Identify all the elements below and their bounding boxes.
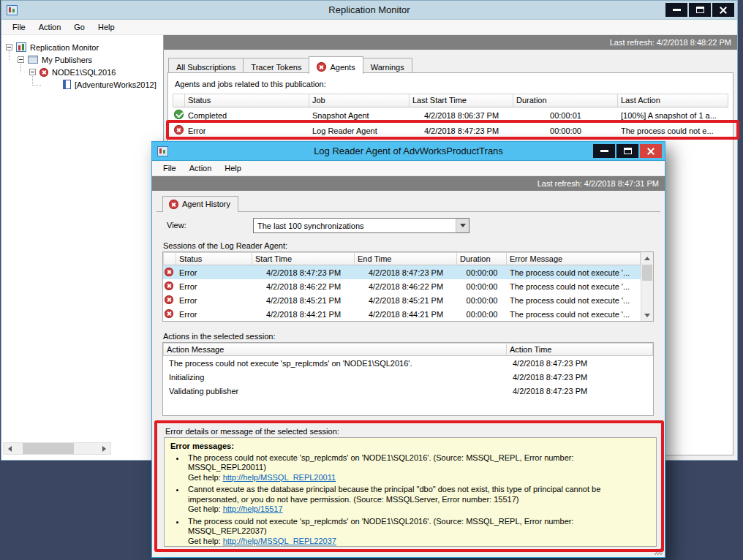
menu-help[interactable]: Help [218, 162, 248, 175]
arrow-right-icon [102, 446, 106, 452]
scroll-up-button[interactable] [641, 252, 653, 264]
error-icon [165, 281, 173, 290]
column-header-action-time[interactable]: Action Time [507, 343, 653, 356]
maximize-button[interactable] [616, 144, 638, 158]
action-message-cell: The process could not execute 'sp_replcm… [163, 359, 507, 368]
end-time-cell: 4/2/2018 8:47:23 PM [355, 268, 457, 277]
column-header-action-message[interactable]: Action Message [163, 343, 507, 356]
scroll-down-button[interactable] [641, 309, 653, 321]
menu-file[interactable]: File [6, 20, 32, 34]
session-row[interactable]: Error 4/2/2018 8:45:21 PM 4/2/2018 8:45:… [163, 293, 641, 307]
sessions-scrollbar[interactable] [641, 252, 653, 321]
column-header-end-time[interactable]: End Time [355, 252, 457, 265]
column-header-last-action[interactable]: Last Action [618, 94, 728, 107]
job-cell: Log Reader Agent [309, 126, 410, 135]
help-link[interactable]: http://help/MSSQL_REPL22037 [223, 537, 336, 545]
column-header-error-message[interactable]: Error Message [507, 252, 641, 265]
collapse-toggle[interactable] [29, 69, 36, 75]
column-header-last-start-time[interactable]: Last Start Time [410, 94, 513, 107]
tree-item-my-publishers[interactable]: My Publishers [1, 53, 163, 66]
action-row[interactable]: The process could not execute 'sp_replcm… [163, 356, 653, 370]
tab-strip: All Subscriptions Tracer Tokens Agents W… [168, 57, 737, 73]
tab-warnings[interactable]: Warnings [363, 58, 412, 73]
collapse-toggle[interactable] [6, 44, 12, 50]
dropdown-button[interactable] [456, 219, 469, 232]
action-time-cell: 4/2/2018 8:47:23 PM [507, 359, 653, 368]
title-bar: Log Reader Agent of AdvWorksProductTrans [152, 142, 665, 161]
status-cell: Error [176, 268, 252, 277]
maximize-button[interactable] [689, 3, 711, 17]
error-message-text: The process could not execute 'sp_replcm… [188, 453, 573, 472]
session-row[interactable]: Error 4/2/2018 8:46:22 PM 4/2/2018 8:46:… [163, 279, 641, 293]
column-header-duration[interactable]: Duration [457, 252, 507, 265]
close-button[interactable] [712, 3, 734, 17]
error-message-text: The process could not execute 'sp_replcm… [188, 517, 573, 536]
window-title: Log Reader Agent of AdvWorksProductTrans [152, 145, 665, 156]
scrollbar-thumb[interactable] [642, 265, 652, 281]
end-time-cell: 4/2/2018 8:46:22 PM [355, 282, 457, 291]
session-row[interactable]: Error 4/2/2018 8:44:21 PM 4/2/2018 8:44:… [163, 307, 641, 321]
actions-table: Action Message Action Time The process c… [162, 342, 654, 416]
agent-row-snapshot[interactable]: Completed Snapshot Agent 4/2/2018 8:06:3… [173, 107, 728, 123]
tab-agent-history[interactable]: Agent History [162, 196, 238, 212]
refresh-status-bar: Last refresh: 4/2/2018 8:47:31 PM [152, 176, 665, 191]
last-action-cell: [100%] A snapshot of 1 a... [618, 111, 728, 120]
publishers-icon [28, 56, 38, 64]
error-message-item: Cannot execute as the database principal… [186, 485, 649, 515]
tree-connector [20, 64, 21, 72]
tab-agents[interactable]: Agents [309, 56, 363, 74]
duration-cell: 00:00:00 [457, 296, 507, 305]
menu-action[interactable]: Action [183, 162, 219, 175]
help-link[interactable]: http://help/MSSQL_REPL20011 [223, 473, 336, 482]
collapse-toggle[interactable] [18, 56, 24, 63]
scroll-left-button[interactable] [4, 443, 16, 454]
sessions-table: Status Start Time End Time Duration Erro… [162, 251, 654, 322]
column-header-duration[interactable]: Duration [513, 94, 618, 107]
get-help-label: Get help: [188, 537, 221, 545]
column-header-status[interactable]: Status [185, 94, 309, 107]
start-time-cell: 4/2/2018 8:06:37 PM [410, 111, 513, 120]
column-header-job[interactable]: Job [309, 94, 410, 107]
duration-cell: 00:00:00 [457, 268, 507, 277]
tab-all-subscriptions[interactable]: All Subscriptions [168, 58, 244, 73]
scrollbar-thumb[interactable] [23, 443, 74, 454]
view-dropdown-value: The last 100 synchronizations [257, 222, 364, 230]
agent-row-logreader[interactable]: Error Log Reader Agent 4/2/2018 8:47:23 … [173, 123, 728, 138]
close-button[interactable] [640, 144, 662, 158]
view-dropdown[interactable]: The last 100 synchronizations [253, 218, 469, 233]
help-link[interactable]: http://help/15517 [223, 504, 283, 513]
menu-bar: File Action Go Help [1, 20, 737, 35]
tree-item-adventureworks2012[interactable]: [AdventureWorks2012] [1, 78, 163, 91]
tree-horizontal-scrollbar[interactable] [3, 442, 111, 455]
menu-help[interactable]: Help [91, 20, 121, 34]
error-icon [174, 125, 184, 135]
get-help-label: Get help: [188, 473, 221, 482]
resize-grip[interactable] [653, 545, 663, 556]
last-refresh-text: Last refresh: 4/2/2018 8:48:22 PM [610, 38, 731, 47]
tree-item-label: My Publishers [42, 56, 92, 64]
action-row[interactable]: Validating publisher 4/2/2018 8:47:23 PM [163, 384, 653, 398]
error-message-cell: The process could not execute '... [507, 268, 641, 277]
minimize-button[interactable] [593, 144, 615, 158]
tab-label: All Subscriptions [176, 63, 235, 72]
menu-action[interactable]: Action [32, 20, 68, 34]
title-bar: Replication Monitor [1, 1, 737, 20]
column-header-icon[interactable] [163, 252, 176, 265]
column-header-start-time[interactable]: Start Time [252, 252, 355, 265]
session-row[interactable]: Error 4/2/2018 8:47:23 PM 4/2/2018 8:47:… [163, 265, 641, 279]
column-header-icon[interactable] [173, 94, 185, 107]
tree-item-node1-sql2016[interactable]: NODE1\SQL2016 [1, 66, 163, 78]
start-time-cell: 4/2/2018 8:47:23 PM [410, 126, 513, 135]
tab-tracer-tokens[interactable]: Tracer Tokens [243, 58, 309, 73]
scrollbar-track[interactable] [16, 443, 98, 454]
scroll-right-button[interactable] [98, 443, 110, 454]
minimize-button[interactable] [665, 3, 687, 17]
actions-table-header: Action Message Action Time [163, 343, 653, 356]
error-details-caption: Error details or message of the selected… [165, 427, 339, 436]
tab-label: Agent History [182, 200, 230, 208]
menu-go[interactable]: Go [67, 20, 91, 34]
action-row[interactable]: Initializing 4/2/2018 8:47:23 PM [163, 370, 653, 384]
menu-file[interactable]: File [156, 162, 183, 175]
column-header-status[interactable]: Status [176, 252, 252, 265]
tree-item-replication-monitor[interactable]: Replication Monitor [1, 41, 163, 53]
